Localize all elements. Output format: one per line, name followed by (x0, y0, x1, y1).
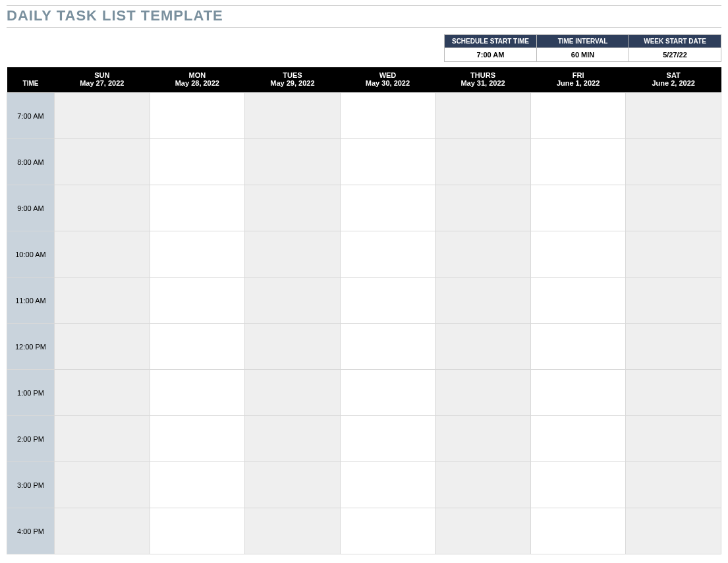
task-cell[interactable] (55, 324, 150, 370)
task-cell[interactable] (150, 462, 245, 508)
dow-label: FRI (530, 71, 626, 79)
task-cell[interactable] (340, 370, 435, 416)
time-cell: 12:00 PM (7, 324, 55, 370)
date-label: June 2, 2022 (626, 79, 721, 87)
task-cell[interactable] (340, 324, 435, 370)
task-cell[interactable] (530, 278, 626, 324)
page-title: DAILY TASK LIST TEMPLATE (7, 5, 721, 24)
task-cell[interactable] (530, 370, 626, 416)
time-cell: 11:00 AM (7, 278, 55, 324)
day-header-sun: SUNMay 27, 2022 (55, 67, 150, 93)
task-cell[interactable] (530, 93, 626, 139)
task-cell[interactable] (55, 508, 150, 554)
task-cell[interactable] (530, 324, 626, 370)
task-cell[interactable] (55, 370, 150, 416)
task-cell[interactable] (626, 416, 721, 462)
time-cell: 10:00 AM (7, 231, 55, 278)
settings-value-start-time[interactable]: 7:00 AM (445, 48, 537, 62)
task-cell[interactable] (435, 185, 531, 231)
schedule-row: 8:00 AM (7, 139, 721, 185)
task-cell[interactable] (150, 370, 245, 416)
schedule-row: 10:00 AM (7, 231, 721, 278)
task-cell[interactable] (340, 231, 435, 278)
schedule-row: 4:00 PM (7, 508, 721, 554)
dow-label: MON (150, 71, 245, 79)
task-cell[interactable] (55, 416, 150, 462)
task-cell[interactable] (626, 324, 721, 370)
task-cell[interactable] (530, 416, 626, 462)
task-cell[interactable] (245, 324, 341, 370)
date-label: June 1, 2022 (530, 79, 626, 87)
dow-label: TUES (245, 71, 341, 79)
date-label: May 28, 2022 (150, 79, 245, 87)
task-cell[interactable] (55, 139, 150, 185)
task-cell[interactable] (150, 416, 245, 462)
task-cell[interactable] (435, 416, 531, 462)
settings-row: SCHEDULE START TIME TIME INTERVAL WEEK S… (7, 34, 721, 62)
task-cell[interactable] (530, 462, 626, 508)
task-cell[interactable] (245, 462, 341, 508)
day-header-mon: MONMay 28, 2022 (150, 67, 245, 93)
task-cell[interactable] (530, 231, 626, 278)
task-cell[interactable] (435, 324, 531, 370)
task-cell[interactable] (150, 508, 245, 554)
date-label: May 31, 2022 (435, 79, 531, 87)
task-cell[interactable] (530, 185, 626, 231)
task-cell[interactable] (435, 231, 531, 278)
task-cell[interactable] (626, 93, 721, 139)
task-cell[interactable] (626, 508, 721, 554)
task-cell[interactable] (245, 231, 341, 278)
task-cell[interactable] (435, 462, 531, 508)
task-cell[interactable] (150, 278, 245, 324)
task-cell[interactable] (626, 231, 721, 278)
settings-value-week-start[interactable]: 5/27/22 (629, 48, 721, 62)
settings-value-interval[interactable]: 60 MIN (537, 48, 629, 62)
task-cell[interactable] (626, 139, 721, 185)
task-cell[interactable] (150, 93, 245, 139)
settings-header-start-time: SCHEDULE START TIME (445, 35, 537, 48)
schedule-row: 11:00 AM (7, 278, 721, 324)
task-cell[interactable] (55, 231, 150, 278)
settings-header-interval: TIME INTERVAL (537, 35, 629, 48)
task-cell[interactable] (55, 462, 150, 508)
task-cell[interactable] (245, 370, 341, 416)
schedule-row: 1:00 PM (7, 370, 721, 416)
schedule-table: TIME SUNMay 27, 2022 MONMay 28, 2022 TUE… (7, 67, 721, 554)
task-cell[interactable] (626, 462, 721, 508)
task-cell[interactable] (435, 278, 531, 324)
day-header-tue: TUESMay 29, 2022 (245, 67, 341, 93)
task-cell[interactable] (340, 462, 435, 508)
task-cell[interactable] (626, 278, 721, 324)
task-cell[interactable] (245, 93, 341, 139)
task-cell[interactable] (340, 93, 435, 139)
task-cell[interactable] (340, 416, 435, 462)
task-cell[interactable] (55, 278, 150, 324)
task-cell[interactable] (150, 139, 245, 185)
task-cell[interactable] (150, 231, 245, 278)
task-cell[interactable] (245, 416, 341, 462)
task-cell[interactable] (340, 278, 435, 324)
task-cell[interactable] (55, 93, 150, 139)
task-cell[interactable] (530, 508, 626, 554)
task-cell[interactable] (340, 139, 435, 185)
task-cell[interactable] (340, 185, 435, 231)
dow-label: SUN (55, 71, 150, 79)
day-header-thu: THURSMay 31, 2022 (435, 67, 531, 93)
task-cell[interactable] (626, 370, 721, 416)
dow-label: THURS (435, 71, 531, 79)
task-cell[interactable] (150, 324, 245, 370)
task-cell[interactable] (435, 370, 531, 416)
task-cell[interactable] (245, 139, 341, 185)
task-cell[interactable] (150, 185, 245, 231)
task-cell[interactable] (245, 508, 341, 554)
task-cell[interactable] (245, 278, 341, 324)
schedule-row: 12:00 PM (7, 324, 721, 370)
task-cell[interactable] (55, 185, 150, 231)
task-cell[interactable] (340, 508, 435, 554)
task-cell[interactable] (530, 139, 626, 185)
task-cell[interactable] (435, 93, 531, 139)
task-cell[interactable] (435, 139, 531, 185)
task-cell[interactable] (435, 508, 531, 554)
task-cell[interactable] (245, 185, 341, 231)
task-cell[interactable] (626, 185, 721, 231)
